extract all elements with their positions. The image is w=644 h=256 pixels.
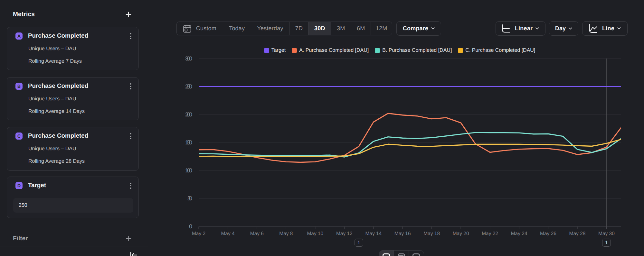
svg-text:50: 50 [187,195,192,202]
svg-text:May 28: May 28 [569,231,586,236]
svg-text:May 6: May 6 [250,231,264,236]
svg-text:May 22: May 22 [482,231,498,236]
svg-text:0: 0 [189,223,192,230]
svg-text:100: 100 [185,167,192,174]
svg-text:May 10: May 10 [307,231,323,236]
svg-text:May 24: May 24 [511,231,527,236]
svg-text:May 8: May 8 [279,231,293,236]
svg-text:250: 250 [185,83,192,90]
svg-text:May 4: May 4 [221,231,235,236]
svg-text:May 26: May 26 [540,231,556,236]
svg-text:150: 150 [185,139,192,146]
svg-text:May 2: May 2 [192,231,205,236]
svg-text:May 30: May 30 [598,231,615,236]
svg-text:May 14: May 14 [365,231,382,236]
svg-text:May 18: May 18 [423,231,440,236]
svg-text:200: 200 [185,111,192,118]
svg-text:300: 300 [185,55,192,62]
svg-text:May 20: May 20 [453,231,469,236]
svg-text:May 12: May 12 [336,231,353,236]
svg-text:May 16: May 16 [394,231,411,236]
